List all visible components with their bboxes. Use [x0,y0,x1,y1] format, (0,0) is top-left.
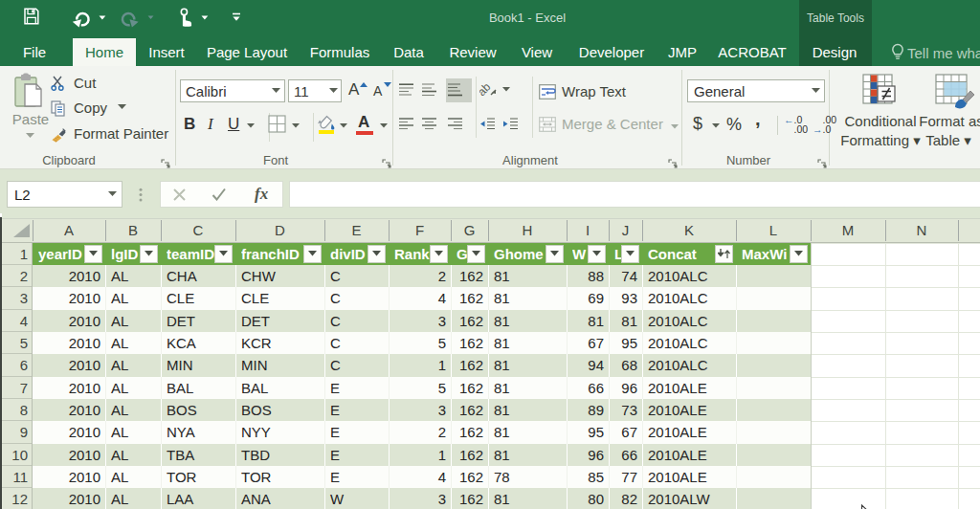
svg-text:ab: ab [479,81,494,99]
